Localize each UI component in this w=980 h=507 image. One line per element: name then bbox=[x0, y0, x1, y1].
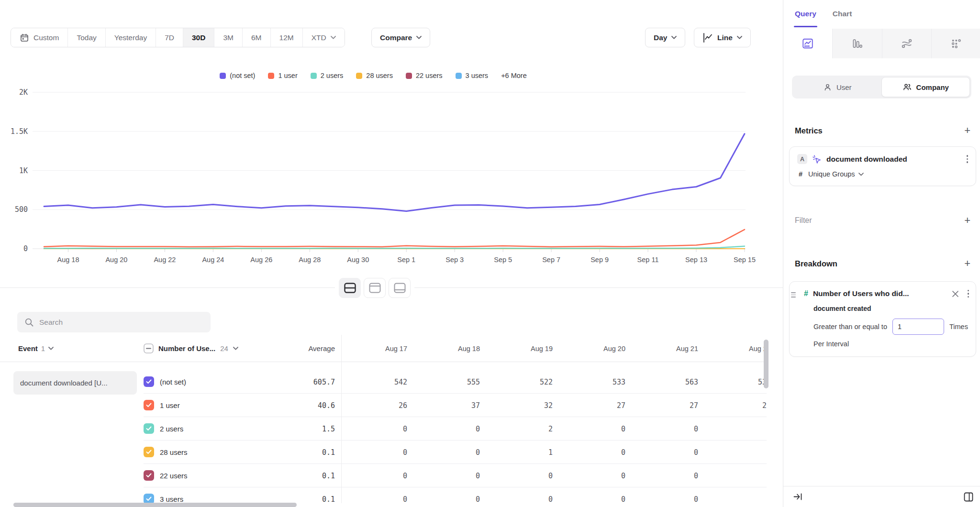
chart-line-1-user bbox=[44, 230, 745, 247]
cell-value: 0 bbox=[559, 487, 632, 507]
line-chart[interactable]: 05001K1.5K2KAug 18Aug 20Aug 22Aug 24Aug … bbox=[0, 67, 783, 277]
x-axis-tick: Sep 13 bbox=[685, 256, 707, 264]
series-checkbox[interactable] bbox=[144, 470, 154, 481]
cell-value: 0 bbox=[414, 464, 487, 487]
series-label: 22 users bbox=[160, 464, 188, 487]
bar-chart-tab[interactable] bbox=[833, 29, 882, 58]
grid-chart-tab[interactable] bbox=[932, 29, 980, 58]
interval-dropdown[interactable]: Day bbox=[645, 28, 685, 47]
chevron-down-icon bbox=[331, 36, 336, 39]
collapse-panel-icon[interactable] bbox=[793, 492, 803, 502]
breakdown-value-input[interactable] bbox=[892, 319, 944, 335]
average-column-header[interactable]: Average bbox=[249, 335, 335, 362]
company-icon bbox=[902, 82, 912, 92]
interval-label: Day bbox=[654, 33, 667, 42]
cell-value: 563 bbox=[632, 370, 705, 394]
horizontal-scrollbar[interactable] bbox=[13, 503, 297, 507]
indeterminate-checkbox[interactable] bbox=[144, 343, 154, 353]
cell-value: 27 bbox=[632, 394, 705, 417]
compare-button[interactable]: Compare bbox=[371, 28, 430, 47]
add-breakdown-button[interactable]: + bbox=[964, 258, 970, 269]
cell-value: 28 bbox=[705, 394, 767, 417]
breakdown-card[interactable]: # Number of Users who did... document cr… bbox=[789, 281, 976, 357]
cell-value: 0 bbox=[487, 487, 559, 507]
metric-menu-icon[interactable] bbox=[967, 155, 969, 163]
date-column-header: Aug 19 bbox=[487, 335, 559, 362]
series-label: 1 user bbox=[160, 394, 180, 417]
range-yesterday[interactable]: Yesterday bbox=[105, 28, 156, 47]
date-column-header: Aug 20 bbox=[559, 335, 632, 362]
number-property-icon: # bbox=[804, 289, 808, 298]
breakdown-title: Number of Users who did... bbox=[813, 289, 947, 298]
x-axis-tick: Sep 7 bbox=[542, 256, 560, 264]
chart-only-view-button[interactable] bbox=[364, 278, 386, 298]
cell-value: 0 bbox=[341, 441, 414, 464]
add-filter-button[interactable]: + bbox=[964, 215, 970, 226]
average-value: 0.1 bbox=[249, 464, 335, 487]
toggle-company[interactable]: Company bbox=[881, 77, 970, 97]
split-view-icon bbox=[344, 283, 356, 293]
series-checkbox[interactable] bbox=[144, 423, 154, 434]
breakdown-menu-icon[interactable] bbox=[968, 290, 969, 298]
event-column-header[interactable]: Event 1 bbox=[18, 335, 54, 362]
series-checkbox[interactable] bbox=[144, 447, 154, 457]
cell-value: 0 bbox=[632, 464, 705, 487]
query-panel: Query Chart User Company Metrics + bbox=[783, 0, 980, 507]
line-chart-icon bbox=[802, 37, 814, 50]
close-icon[interactable] bbox=[952, 290, 959, 298]
chevron-down-icon bbox=[233, 347, 238, 350]
series-column-header[interactable]: Number of Use... 24 bbox=[144, 335, 238, 362]
entity-toggle: User Company bbox=[792, 76, 971, 99]
x-axis-tick: Aug 26 bbox=[250, 256, 272, 264]
cell-value: 26 bbox=[341, 394, 414, 417]
metric-card[interactable]: A document downloaded # Unique Groups bbox=[789, 146, 976, 186]
search-input[interactable] bbox=[39, 318, 192, 327]
stream-chart-icon bbox=[901, 37, 913, 50]
cell-value: 0 bbox=[341, 487, 414, 507]
series-label: 28 users bbox=[160, 441, 188, 464]
series-checkbox[interactable] bbox=[144, 376, 154, 387]
line-chart-tab[interactable] bbox=[783, 29, 833, 58]
cell-value: 0 bbox=[414, 417, 487, 441]
compare-label: Compare bbox=[380, 33, 412, 42]
stream-chart-tab[interactable] bbox=[882, 29, 932, 58]
cell-value: 0 bbox=[559, 464, 632, 487]
chevron-down-icon bbox=[858, 173, 864, 176]
measure-dropdown[interactable]: Unique Groups bbox=[808, 170, 864, 178]
vertical-scrollbar[interactable] bbox=[764, 340, 768, 388]
drag-handle-icon[interactable] bbox=[791, 292, 796, 298]
cell-value: 0 bbox=[341, 464, 414, 487]
range-3m[interactable]: 3M bbox=[214, 28, 242, 47]
panel-tabs: Query Chart bbox=[795, 0, 852, 28]
range-custom[interactable]: Custom bbox=[11, 28, 67, 47]
split-view-button[interactable] bbox=[339, 278, 361, 298]
chart-type-dropdown[interactable]: Line bbox=[694, 28, 751, 47]
range-30d[interactable]: 30D bbox=[183, 28, 214, 47]
range-xtd[interactable]: XTD bbox=[302, 28, 345, 47]
range-today[interactable]: Today bbox=[67, 28, 105, 47]
date-range-group: CustomTodayYesterday7D30D3M6M12MXTD bbox=[11, 28, 345, 47]
toggle-user[interactable]: User bbox=[793, 77, 881, 97]
series-checkbox[interactable] bbox=[144, 400, 154, 410]
metrics-heading: Metrics bbox=[795, 126, 823, 135]
chart-type-strip bbox=[783, 29, 980, 58]
event-row-label[interactable]: document downloaded [U... bbox=[13, 371, 137, 395]
range-12m[interactable]: 12M bbox=[270, 28, 302, 47]
line-chart-icon bbox=[702, 33, 713, 43]
bottom-panel-view-icon bbox=[394, 283, 406, 293]
range-7d[interactable]: 7D bbox=[156, 28, 183, 47]
cell-value: 0 bbox=[414, 487, 487, 507]
add-metric-button[interactable]: + bbox=[964, 125, 970, 136]
cell-value: 0 bbox=[559, 417, 632, 441]
y-axis-tick: 1.5K bbox=[11, 127, 28, 136]
tab-query[interactable]: Query bbox=[795, 0, 816, 28]
range-6m[interactable]: 6M bbox=[242, 28, 270, 47]
panel-toggle-icon[interactable] bbox=[963, 491, 974, 503]
filter-heading: Filter bbox=[795, 216, 812, 225]
search-box[interactable] bbox=[17, 312, 211, 332]
tab-chart[interactable]: Chart bbox=[833, 0, 852, 28]
x-axis-tick: Sep 11 bbox=[637, 256, 659, 264]
x-axis-tick: Aug 30 bbox=[347, 256, 369, 264]
table-only-view-button[interactable] bbox=[389, 278, 411, 298]
cell-value: 555 bbox=[414, 370, 487, 394]
